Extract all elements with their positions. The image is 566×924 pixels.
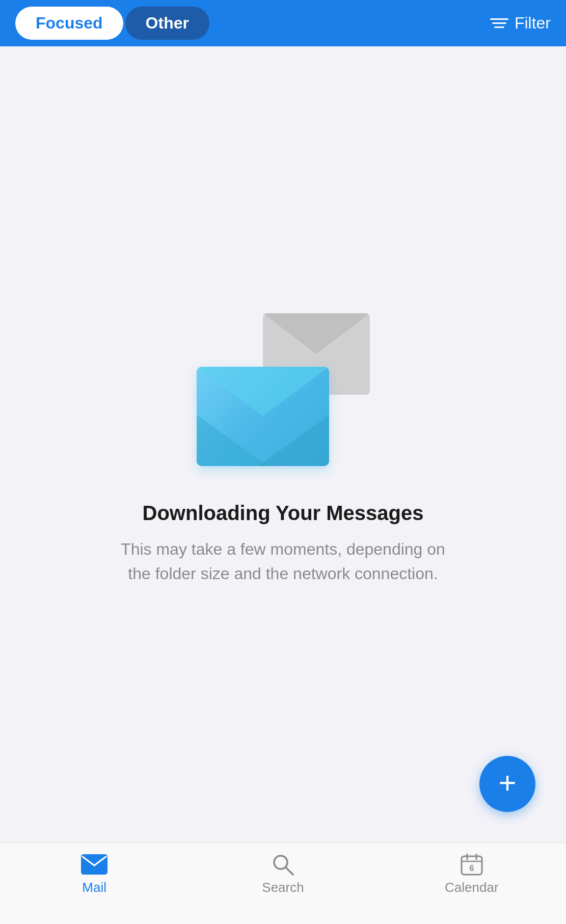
filter-label: Filter [515, 14, 551, 33]
header: Focused Other Filter [0, 0, 566, 46]
blue-envelope-flap [197, 367, 329, 416]
filter-button[interactable]: Filter [490, 14, 551, 33]
download-title: Downloading Your Messages [143, 502, 424, 525]
search-icon [269, 853, 296, 876]
blue-envelope-right [258, 415, 329, 466]
tab-bar-item-calendar[interactable]: 6 Calendar [378, 853, 566, 895]
tab-bar-item-search[interactable]: Search [188, 853, 377, 895]
svg-rect-0 [81, 854, 107, 875]
tab-bar-item-mail[interactable]: Mail [0, 853, 188, 895]
blue-envelope [197, 367, 329, 466]
calendar-icon: 6 [459, 853, 485, 876]
filter-icon [490, 18, 508, 28]
tab-group: Focused Other [15, 7, 209, 40]
svg-text:6: 6 [469, 864, 474, 873]
compose-icon: + [498, 768, 516, 798]
mail-icon [81, 853, 107, 876]
gray-envelope-flap [263, 313, 370, 354]
tab-bar-label-mail: Mail [82, 880, 106, 895]
svg-line-2 [286, 867, 293, 875]
download-subtitle: This may take a few moments, depending o… [110, 537, 456, 586]
tab-focused[interactable]: Focused [15, 7, 123, 40]
main-content: Downloading Your Messages This may take … [0, 46, 566, 843]
blue-envelope-left [197, 415, 268, 466]
tab-bar-label-calendar: Calendar [445, 880, 499, 895]
tab-bar: Mail Search 6 Calendar [0, 843, 566, 924]
compose-button[interactable]: + [479, 756, 535, 812]
tab-bar-label-search: Search [262, 880, 304, 895]
envelope-illustration [197, 303, 370, 476]
tab-other[interactable]: Other [125, 7, 209, 40]
blue-envelope-body [197, 367, 329, 466]
